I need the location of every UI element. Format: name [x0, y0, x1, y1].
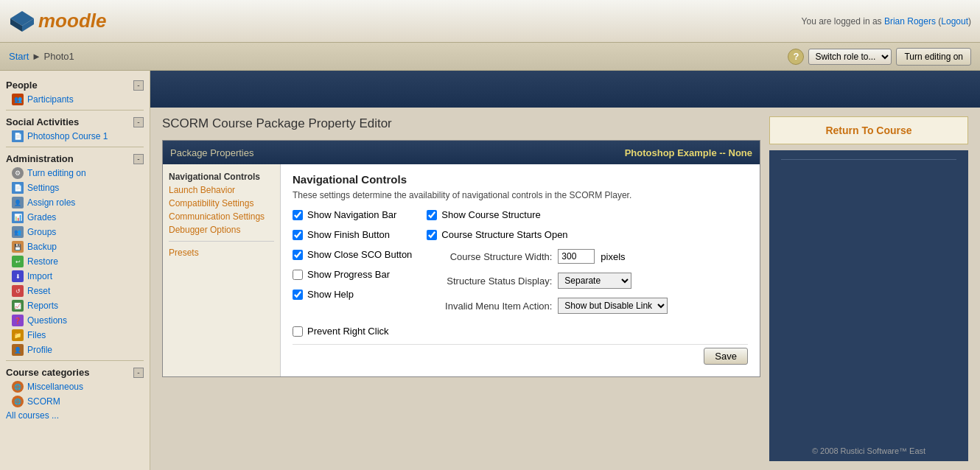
scorm-nav-debugger-options[interactable]: Debugger Options: [169, 225, 274, 235]
sidebar-item-grades[interactable]: 📊 Grades: [0, 210, 150, 225]
show-close-sco-checkbox[interactable]: [293, 250, 303, 260]
show-course-structure-label: Show Course Structure: [441, 209, 540, 220]
header: moodle You are logged in as Brian Rogers…: [0, 0, 980, 43]
logo: moodle: [9, 8, 106, 35]
sidebar-item-settings[interactable]: 📄 Settings: [0, 180, 150, 195]
scorm-nav-navigational-controls[interactable]: Navigational Controls: [169, 172, 274, 182]
sidebar-divider-3: [6, 360, 144, 361]
settings-label: Settings: [27, 183, 59, 193]
sidebar-item-backup[interactable]: 💾 Backup: [0, 239, 150, 254]
invalid-menu-select[interactable]: Show but Disable Link Hide Do Nothing: [558, 298, 668, 314]
profile-label: Profile: [27, 345, 52, 355]
breadcrumb: Start ► Photo1: [9, 51, 74, 62]
show-course-structure-row: Show Course Structure: [427, 209, 668, 220]
scorm-nav-launch-behavior[interactable]: Launch Behavior: [169, 185, 274, 195]
reports-icon: 📈: [12, 300, 24, 312]
save-button[interactable]: Save: [704, 348, 748, 365]
scorm-nav-presets[interactable]: Presets: [169, 248, 274, 258]
switch-role-select[interactable]: Switch role to...: [808, 49, 892, 65]
sidebar-item-import[interactable]: ⬇ Import: [0, 269, 150, 284]
breadcrumb-arrow: ►: [32, 51, 41, 62]
show-help-label: Show Help: [307, 289, 354, 300]
prevent-right-click-label: Prevent Right Click: [307, 326, 389, 337]
sidebar-item-photoshop-course[interactable]: 📄 Photoshop Course 1: [0, 129, 150, 144]
sidebar: People - 👥 Participants Social Activitie…: [0, 71, 150, 470]
assign-roles-label: Assign roles: [27, 197, 75, 208]
checkboxes-area: Show Navigation Bar Show Finish Button S…: [293, 209, 748, 318]
sidebar-item-reset[interactable]: ↺ Reset: [0, 284, 150, 298]
sidebar-section-social: Social Activities - 📄 Photoshop Course 1: [0, 113, 150, 144]
reset-icon: ↺: [12, 285, 24, 297]
settings-icon: 📄: [12, 182, 24, 194]
structure-status-select[interactable]: Separate Combined Hidden: [558, 273, 631, 289]
scorm-package-name: Photoshop Example -- None: [625, 147, 752, 158]
scorm-package-properties-label: Package Properties: [170, 147, 253, 158]
scorm-content: Navigational Controls These settings det…: [281, 164, 760, 376]
show-finish-btn-checkbox[interactable]: [293, 230, 303, 240]
right-bottom-panel: © 2008 Rustici Software™ East: [769, 150, 968, 461]
return-to-course-link[interactable]: Return To Course: [825, 124, 911, 136]
content-body: SCORM Course Package Property Editor Pac…: [150, 108, 980, 470]
sidebar-item-turn-editing[interactable]: ⚙ Turn editing on: [0, 166, 150, 180]
sidebar-section-course-categories: Course categories - 🌐 Miscellaneous 🌐 SC…: [0, 364, 150, 422]
user-name-link[interactable]: Brian Rogers: [884, 16, 936, 27]
sidebar-item-groups[interactable]: 👥 Groups: [0, 225, 150, 239]
moodle-hat-icon: [9, 8, 35, 35]
profile-icon: 👤: [12, 344, 24, 356]
course-cat-collapse-icon[interactable]: -: [133, 368, 144, 378]
show-course-structure-checkbox[interactable]: [427, 210, 437, 220]
admin-collapse-icon[interactable]: -: [133, 154, 144, 164]
sidebar-item-profile[interactable]: 👤 Profile: [0, 343, 150, 357]
show-help-checkbox[interactable]: [293, 290, 303, 300]
people-section-header[interactable]: People -: [0, 77, 150, 92]
content-area: SCORM Course Package Property Editor Pac…: [150, 71, 980, 470]
sidebar-item-miscellaneous[interactable]: 🌐 Miscellaneous: [0, 379, 150, 394]
assign-roles-icon: 👤: [12, 197, 24, 208]
sidebar-item-files[interactable]: 📁 Files: [0, 328, 150, 343]
show-close-sco-row: Show Close SCO Button: [293, 249, 412, 260]
logo-text: moodle: [38, 10, 106, 32]
grades-label: Grades: [27, 212, 56, 222]
sidebar-item-assign-roles[interactable]: 👤 Assign roles: [0, 195, 150, 210]
turn-editing-button[interactable]: Turn editing on: [896, 48, 971, 66]
social-section-header[interactable]: Social Activities -: [0, 113, 150, 129]
show-finish-btn-row: Show Finish Button: [293, 229, 412, 240]
course-structure-width-input[interactable]: [558, 249, 595, 264]
breadcrumb-start[interactable]: Start: [9, 51, 29, 62]
scorm-nav-compatibility-settings[interactable]: Compatibility Settings: [169, 198, 274, 208]
scorm-body: Navigational Controls Launch Behavior Co…: [163, 164, 760, 376]
course-cat-header[interactable]: Course categories -: [0, 364, 150, 379]
content-header: [150, 71, 980, 108]
help-button[interactable]: ?: [788, 49, 804, 65]
sidebar-item-restore[interactable]: ↩ Restore: [0, 254, 150, 269]
main-panel: SCORM Course Package Property Editor Pac…: [162, 116, 760, 461]
all-courses-link[interactable]: All courses ...: [0, 409, 150, 422]
files-label: Files: [27, 330, 46, 340]
people-collapse-icon[interactable]: -: [133, 80, 144, 91]
breadcrumb-current: Photo1: [44, 51, 74, 62]
pixels-label: pixels: [601, 251, 625, 262]
sidebar-item-participants[interactable]: 👥 Participants: [0, 92, 150, 107]
show-close-sco-label: Show Close SCO Button: [307, 249, 412, 260]
right-panel: Return To Course © 2008 Rustici Software…: [769, 116, 968, 461]
participants-label: Participants: [27, 94, 74, 105]
show-nav-bar-checkbox[interactable]: [293, 210, 303, 220]
miscellaneous-label: Miscellaneous: [27, 382, 83, 392]
files-icon: 📁: [12, 329, 24, 341]
admin-section-header[interactable]: Administration -: [0, 150, 150, 166]
miscellaneous-icon: 🌐: [12, 381, 24, 393]
scorm-content-desc: These settings determine the availabilit…: [293, 190, 748, 200]
course-cat-title: Course categories: [6, 367, 89, 378]
scorm-nav-communication-settings[interactable]: Communication Settings: [169, 211, 274, 222]
invalid-menu-label: Invalid Menu Item Action:: [427, 301, 552, 312]
prevent-right-click-checkbox[interactable]: [293, 326, 303, 337]
scorm-editor-header: Package Properties Photoshop Example -- …: [163, 141, 760, 164]
logout-link[interactable]: Logout: [941, 16, 968, 27]
social-collapse-icon[interactable]: -: [133, 117, 144, 127]
course-structure-starts-open-checkbox[interactable]: [427, 230, 437, 240]
sidebar-item-scorm[interactable]: 🌐 SCORM: [0, 394, 150, 409]
sidebar-item-reports[interactable]: 📈 Reports: [0, 298, 150, 313]
scorm-nav-divider: [169, 241, 274, 242]
show-progress-bar-checkbox[interactable]: [293, 270, 303, 280]
sidebar-item-questions[interactable]: ❓ Questions: [0, 313, 150, 328]
